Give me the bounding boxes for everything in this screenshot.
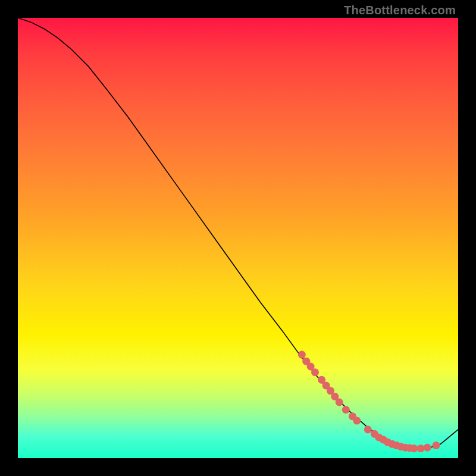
data-point <box>336 399 343 406</box>
chart-svg <box>18 18 458 458</box>
data-point <box>364 425 372 433</box>
data-point <box>311 368 319 376</box>
watermark-text: TheBottleneck.com <box>344 4 456 17</box>
chart-area <box>18 18 458 458</box>
bottleneck-curve <box>18 18 458 449</box>
data-point <box>411 444 418 452</box>
data-point <box>342 406 350 414</box>
data-point <box>417 444 425 452</box>
data-point <box>298 351 306 359</box>
data-point <box>353 417 361 425</box>
data-point <box>424 444 431 452</box>
data-points <box>298 351 440 453</box>
data-point <box>433 441 440 449</box>
